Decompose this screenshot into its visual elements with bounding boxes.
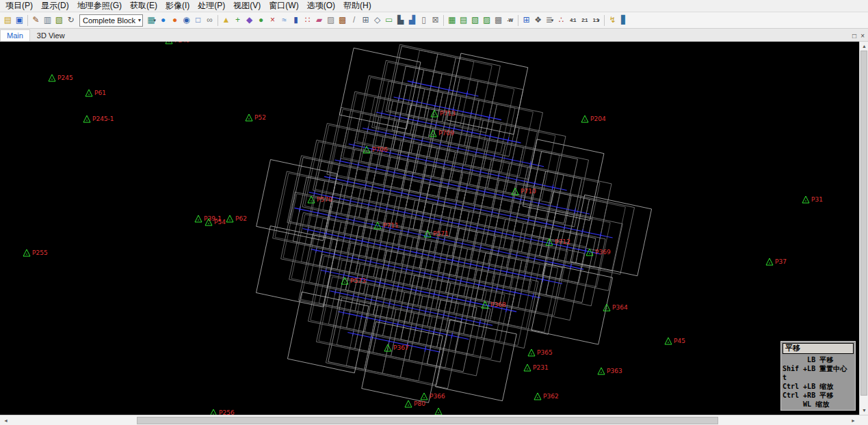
control-point[interactable]: P61 xyxy=(86,90,106,96)
control-point[interactable]: P37 xyxy=(766,258,787,265)
terrain-icon[interactable]: ▩ xyxy=(337,14,348,26)
control-point[interactable]: P363 xyxy=(598,368,622,374)
block-selector[interactable]: Complete Block▾ xyxy=(79,14,143,27)
control-point[interactable]: P709 xyxy=(430,130,454,137)
scatter-icon[interactable]: ∴ xyxy=(555,14,567,26)
zoom-4-1-icon[interactable]: 4:1 xyxy=(567,14,579,26)
menu-item-project[interactable]: 项目(P) xyxy=(1,0,37,12)
map-canvas[interactable]: P249P245P61P245-1P52P713P204P709P706P570… xyxy=(0,42,859,415)
control-point[interactable]: P365 xyxy=(528,349,553,356)
control-point[interactable]: P54 xyxy=(205,219,226,225)
w-tool-icon[interactable]: -W xyxy=(504,14,516,26)
restore-window-icon[interactable]: □ xyxy=(852,31,856,41)
control-point[interactable]: P52 xyxy=(246,114,266,121)
control-point-label: P369 xyxy=(595,249,611,256)
control-point[interactable]: P45 xyxy=(665,338,685,344)
cube-icon[interactable]: ◇ xyxy=(371,14,383,26)
layers-icon[interactable]: ≣▾ xyxy=(544,14,555,26)
scroll-up-icon[interactable]: ▲ xyxy=(860,42,868,51)
ortho-icon[interactable]: ▧ xyxy=(469,14,481,26)
layer-icon[interactable]: ▭ xyxy=(383,14,395,26)
scroll-right-icon[interactable]: ► xyxy=(849,416,858,425)
control-point[interactable]: P364 xyxy=(603,304,628,311)
dem-grid-icon[interactable]: ▦ xyxy=(446,14,458,26)
column-icon[interactable]: ▮ xyxy=(290,14,302,26)
control-point[interactable]: P570 xyxy=(308,196,332,203)
control-point[interactable]: P573 xyxy=(341,277,366,284)
zoom-1-1-icon[interactable]: 1:1▾ xyxy=(590,14,602,26)
key-icon[interactable]: ↯ xyxy=(607,14,618,26)
menu-item-window[interactable]: 窗口(W) xyxy=(265,0,302,12)
vertical-scroll-thumb[interactable] xyxy=(860,51,867,396)
control-point[interactable]: P245-1 xyxy=(83,115,114,122)
vertical-scrollbar[interactable]: ▲ ▼ xyxy=(859,42,868,415)
select-tool-icon[interactable]: □ xyxy=(192,14,204,26)
contour-icon[interactable]: ▤ xyxy=(458,14,469,26)
wave-icon[interactable]: ≈ xyxy=(278,14,290,26)
horizontal-scroll-thumb[interactable] xyxy=(137,417,718,424)
control-point[interactable]: P255 xyxy=(23,249,48,256)
link-icon[interactable]: ∞ xyxy=(204,14,215,26)
control-point[interactable]: P80 xyxy=(405,400,425,407)
slope-icon[interactable]: / xyxy=(348,14,360,26)
menu-item-display[interactable]: 显示(D) xyxy=(37,0,73,12)
menu-item-acquire[interactable]: 获取(E) xyxy=(126,0,161,12)
control-point[interactable] xyxy=(435,408,442,415)
stereo-icon[interactable]: ▯ xyxy=(418,14,430,26)
menu-item-image[interactable]: 影像(I) xyxy=(161,0,194,12)
prism-icon[interactable]: ◆ xyxy=(244,14,255,26)
delete-icon[interactable]: × xyxy=(267,14,278,26)
refresh-icon[interactable]: ↻ xyxy=(65,14,77,26)
zoom-2-1-icon[interactable]: 2:1 xyxy=(579,14,590,26)
orange-sphere-icon[interactable]: ● xyxy=(169,14,181,26)
scroll-down-icon[interactable]: ▼ xyxy=(860,406,868,415)
open-project-icon[interactable]: ▤ xyxy=(2,14,14,26)
warning-icon[interactable]: ▲ xyxy=(220,14,232,26)
control-point[interactable]: P249 xyxy=(166,42,190,44)
histogram-icon[interactable]: ▋ xyxy=(618,14,630,26)
merge-icon[interactable]: ▩ xyxy=(492,14,504,26)
control-point[interactable]: P366 xyxy=(421,393,445,400)
tiles-icon-glyph: ⊞ xyxy=(523,14,530,26)
ribbon-icon[interactable]: ▰ xyxy=(313,14,325,26)
mosaic-icon[interactable]: ▨ xyxy=(481,14,492,26)
control-point[interactable]: P231 xyxy=(524,364,549,371)
tiles-icon[interactable]: ⊞ xyxy=(521,14,532,26)
control-point[interactable]: P204 xyxy=(581,115,606,122)
tab-main[interactable]: Main xyxy=(0,29,30,41)
control-point-triangle-icon xyxy=(524,364,531,371)
sphere-icon[interactable]: ● xyxy=(255,14,267,26)
scroll-left-icon[interactable]: ◄ xyxy=(1,416,10,425)
control-point[interactable]: P62 xyxy=(226,215,247,222)
table-icon[interactable]: ⊞ xyxy=(360,14,371,26)
tab-3d-view[interactable]: 3D View xyxy=(30,29,72,41)
menu-item-georef[interactable]: 地理参照(G) xyxy=(73,0,126,12)
menu-item-help[interactable]: 帮助(H) xyxy=(339,0,376,12)
building-icon[interactable]: ▟ xyxy=(406,14,418,26)
menu-item-options[interactable]: 选项(O) xyxy=(303,0,339,12)
paste-icon[interactable]: ▧ xyxy=(53,14,65,26)
pan-tool-icon[interactable]: ❖ xyxy=(532,14,544,26)
camera-icon[interactable]: ◉ xyxy=(181,14,192,26)
add-point-icon[interactable]: + xyxy=(232,14,244,26)
copy-icon[interactable]: ▥ xyxy=(42,14,53,26)
control-point[interactable]: P245 xyxy=(49,74,73,81)
control-point[interactable]: P367 xyxy=(384,344,409,351)
control-point[interactable]: P31 xyxy=(802,196,823,203)
boxes-icon[interactable]: ⊠ xyxy=(430,14,441,26)
block-grid-icon[interactable]: ▦▾ xyxy=(146,14,157,26)
points-grid-icon[interactable]: ∷ xyxy=(302,14,313,26)
control-point[interactable]: P256 xyxy=(210,409,235,415)
control-point[interactable]: P713 xyxy=(431,110,456,117)
globe-icon[interactable]: ● xyxy=(157,14,169,26)
control-point[interactable]: P362 xyxy=(534,393,559,400)
chart-icon[interactable]: ▙ xyxy=(395,14,406,26)
menu-item-view[interactable]: 视图(V) xyxy=(229,0,265,12)
hatch-icon[interactable]: ▨ xyxy=(325,14,337,26)
close-window-icon[interactable]: × xyxy=(860,31,865,41)
menu-item-process[interactable]: 处理(P) xyxy=(194,0,229,12)
zoom-4-1-icon-glyph: 4:1 xyxy=(570,14,576,26)
horizontal-scrollbar[interactable]: ◄ ► xyxy=(0,415,868,425)
edit-icon[interactable]: ✎ xyxy=(30,14,42,26)
save-icon[interactable]: ▣ xyxy=(14,14,25,26)
